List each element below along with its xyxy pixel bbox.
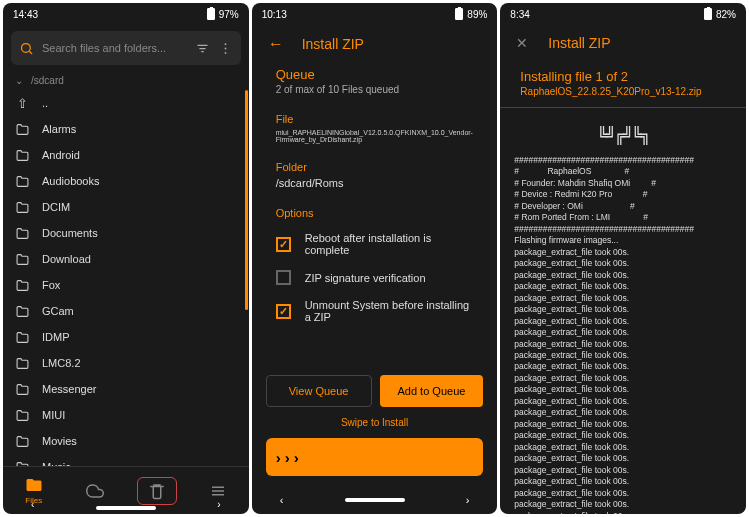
- clock: 14:43: [13, 9, 38, 20]
- svg-point-5: [224, 43, 226, 45]
- folder-icon: [15, 279, 30, 292]
- folder-row[interactable]: Audiobooks: [3, 168, 249, 194]
- search-icon: [19, 41, 34, 56]
- terminal-line: package_extract_file took 00s.: [514, 327, 732, 338]
- chevron-down-icon: ⌄: [15, 75, 23, 86]
- folder-label: Folder: [276, 161, 474, 173]
- folder-row[interactable]: LMC8.2: [3, 350, 249, 376]
- file-value[interactable]: miui_RAPHAELININGlobal_V12.0.5.0.QFKINXM…: [276, 129, 474, 143]
- add-to-queue-button[interactable]: Add to Queue: [380, 375, 484, 407]
- folder-row[interactable]: Android: [3, 142, 249, 168]
- terminal-line: # Developer : OMi #: [514, 201, 732, 212]
- back-button[interactable]: ←: [268, 35, 284, 53]
- terminal-line: package_extract_file took 00s.: [514, 293, 732, 304]
- swipe-to-install-slider[interactable]: › › ›: [266, 438, 484, 476]
- folder-icon: [15, 253, 30, 266]
- terminal-line: package_extract_file took 00s.: [514, 453, 732, 464]
- status-bar: 8:34 82%: [500, 3, 746, 25]
- clock: 8:34: [510, 9, 529, 20]
- folder-row[interactable]: GCam: [3, 298, 249, 324]
- terminal-line: package_extract_file took 00s.: [514, 442, 732, 453]
- folder-icon: [15, 461, 30, 467]
- terminal-line: package_extract_file took 00s.: [514, 339, 732, 350]
- swipe-label: Swipe to Install: [252, 417, 498, 428]
- terminal-line: package_extract_file took 00s.: [514, 430, 732, 441]
- chevron-right-icon: ›: [294, 449, 299, 466]
- nav-cloud[interactable]: [75, 482, 115, 500]
- folder-row[interactable]: Alarms: [3, 116, 249, 142]
- more-icon[interactable]: [218, 41, 233, 56]
- folder-row[interactable]: Download: [3, 246, 249, 272]
- up-arrow-icon: ⇧: [15, 96, 30, 111]
- folder-row[interactable]: Movies: [3, 428, 249, 454]
- checkbox-checked-icon[interactable]: [276, 304, 291, 319]
- folder-row[interactable]: Messenger: [3, 376, 249, 402]
- terminal-line: package_extract_file took 00s.: [514, 247, 732, 258]
- folder-icon: [15, 201, 30, 214]
- folder-row[interactable]: MIUI: [3, 402, 249, 428]
- terminal-line: package_extract_file took 00s.: [514, 488, 732, 499]
- home-pill[interactable]: [96, 506, 156, 510]
- terminal-line: package_extract_file took 00s.: [514, 476, 732, 487]
- terminal-line: package_extract_file took 00s.: [514, 258, 732, 269]
- option-unmount[interactable]: Unmount System before installing a ZIP: [276, 292, 474, 330]
- back-key[interactable]: ‹: [280, 494, 284, 506]
- divider: [500, 107, 746, 108]
- folder-icon: [15, 409, 30, 422]
- filter-icon[interactable]: [195, 41, 210, 56]
- clock: 10:13: [262, 9, 287, 20]
- folder-icon: [15, 149, 30, 162]
- folder-row[interactable]: Music: [3, 454, 249, 466]
- battery-icon: [207, 8, 215, 20]
- svg-point-6: [224, 47, 226, 49]
- twrp-logo: ╚╝╔╝╚╗: [500, 118, 746, 153]
- app-bar: ✕ Install ZIP: [500, 25, 746, 61]
- checkbox-checked-icon[interactable]: [276, 237, 291, 252]
- search-bar[interactable]: Search files and folders...: [11, 31, 241, 65]
- status-bar: 10:13 89%: [252, 3, 498, 25]
- folder-row[interactable]: Documents: [3, 220, 249, 246]
- install-progress-title: Installing file 1 of 2: [520, 69, 726, 84]
- option-reboot[interactable]: Reboot after installation is complete: [276, 225, 474, 263]
- close-button[interactable]: ✕: [516, 35, 528, 51]
- flashing-screen: 8:34 82% ✕ Install ZIP Installing file 1…: [500, 3, 746, 514]
- install-zip-screen: 10:13 89% ← Install ZIP Queue 2 of max o…: [252, 3, 498, 514]
- checkbox-unchecked-icon[interactable]: [276, 270, 291, 285]
- breadcrumb[interactable]: ⌄ /sdcard: [3, 71, 249, 90]
- status-bar: 14:43 97%: [3, 3, 249, 25]
- folder-row[interactable]: DCIM: [3, 194, 249, 220]
- queue-heading: Queue: [276, 67, 474, 82]
- folder-value[interactable]: /sdcard/Roms: [276, 177, 474, 189]
- terminal-line: ######################################: [514, 224, 732, 235]
- home-pill[interactable]: [345, 498, 405, 502]
- search-placeholder: Search files and folders...: [42, 42, 187, 54]
- folder-row[interactable]: Fox: [3, 272, 249, 298]
- nav-menu[interactable]: [198, 482, 238, 500]
- options-label: Options: [276, 207, 474, 219]
- option-signature[interactable]: ZIP signature verification: [276, 263, 474, 292]
- up-directory[interactable]: ⇧ ..: [3, 90, 249, 116]
- battery-icon: [704, 8, 712, 20]
- chevron-right-icon: ›: [276, 449, 281, 466]
- view-queue-button[interactable]: View Queue: [266, 375, 372, 407]
- terminal-line: package_extract_file took 00s.: [514, 304, 732, 315]
- file-list[interactable]: ⇧ .. AlarmsAndroidAudiobooksDCIMDocument…: [3, 90, 249, 466]
- terminal-line: Flashing firmware images...: [514, 235, 732, 246]
- terminal-line: package_extract_file took 00s.: [514, 396, 732, 407]
- battery-percent: 89%: [467, 9, 487, 20]
- path: /sdcard: [31, 75, 64, 86]
- nav-trash[interactable]: [137, 477, 177, 505]
- app-bar: ← Install ZIP: [252, 25, 498, 63]
- nav-files[interactable]: Files: [14, 476, 54, 505]
- install-filename: RaphaelOS_22.8.25_K20Pro_v13-12.zip: [520, 86, 726, 97]
- recent-key[interactable]: ›: [466, 494, 470, 506]
- system-nav: ‹ ›: [252, 490, 498, 514]
- folder-icon: [15, 123, 30, 136]
- svg-point-0: [22, 43, 31, 52]
- terminal-line: # Device : Redmi K20 Pro #: [514, 189, 732, 200]
- terminal-line: package_extract_file took 00s.: [514, 270, 732, 281]
- terminal-line: package_extract_file took 00s.: [514, 407, 732, 418]
- terminal-line: package_extract_file took 00s.: [514, 384, 732, 395]
- page-title: Install ZIP: [548, 35, 610, 51]
- folder-row[interactable]: IDMP: [3, 324, 249, 350]
